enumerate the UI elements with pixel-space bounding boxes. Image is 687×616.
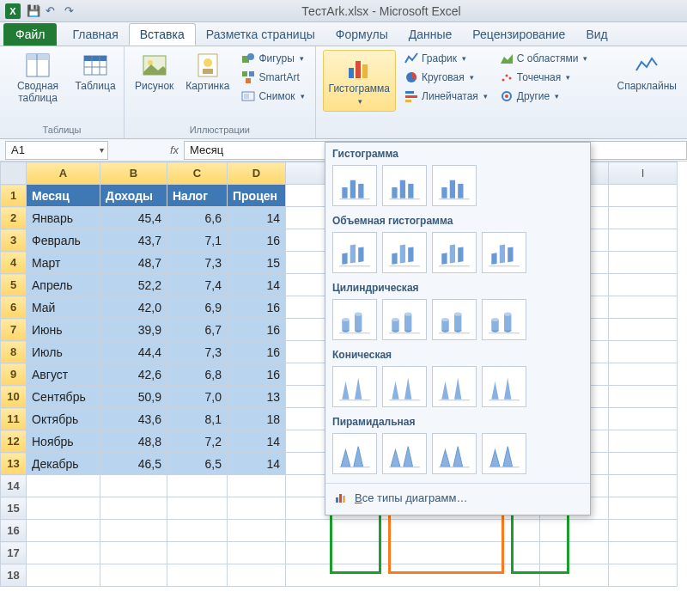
cell[interactable]: Июнь [27, 319, 100, 341]
col-header-D[interactable]: D [228, 162, 286, 185]
redo-icon[interactable]: ↷ [64, 4, 78, 18]
chart-thumb[interactable] [382, 366, 427, 407]
cell[interactable]: 7,2 [167, 430, 228, 453]
tab-page-layout[interactable]: Разметка страницы [196, 23, 325, 46]
chart-thumb[interactable] [382, 232, 427, 273]
all-chart-types-link[interactable]: Все типы диаграмм… [325, 483, 590, 511]
cell[interactable]: Январь [27, 207, 100, 229]
screenshot-button[interactable]: Снимок▾ [238, 88, 307, 105]
cell[interactable]: 6,6 [167, 207, 228, 229]
col-header-I[interactable]: I [609, 162, 678, 185]
row-header[interactable]: 18 [1, 564, 27, 587]
chart-thumb[interactable] [482, 366, 526, 407]
histogram-button[interactable]: Гистограмма▾ [323, 50, 396, 112]
cell[interactable]: 52,2 [100, 274, 167, 296]
row-header[interactable]: 15 [1, 497, 27, 520]
cell[interactable]: 50,9 [100, 386, 167, 408]
cell[interactable]: 7,4 [167, 274, 228, 296]
cell[interactable]: 48,8 [100, 430, 167, 453]
row-header[interactable]: 5 [1, 274, 27, 296]
row-header[interactable]: 7 [1, 319, 27, 341]
cell[interactable]: 44,4 [100, 341, 167, 363]
chart-thumb[interactable] [332, 366, 377, 407]
row-header[interactable]: 14 [1, 475, 27, 497]
cell[interactable]: Ноябрь [27, 430, 100, 453]
row-header[interactable]: 9 [1, 363, 27, 386]
cell[interactable]: Февраль [27, 229, 100, 252]
cell[interactable]: 16 [228, 229, 286, 252]
tab-insert[interactable]: Вставка [129, 23, 196, 46]
cell-C1[interactable]: Налог [167, 185, 228, 207]
cell-B1[interactable]: Доходы [100, 185, 167, 207]
smartart-button[interactable]: SmartArt [238, 69, 307, 86]
tab-data[interactable]: Данные [398, 23, 463, 46]
fx-icon[interactable]: fx [165, 143, 184, 156]
row-header[interactable]: 6 [1, 296, 27, 319]
cell[interactable]: 16 [228, 296, 286, 319]
tab-review[interactable]: Рецензирование [462, 23, 575, 46]
cell-A1[interactable]: Месяц [27, 185, 100, 207]
chart-thumb[interactable] [432, 433, 477, 474]
cell[interactable]: Апрель [27, 274, 100, 296]
cell[interactable]: 13 [228, 386, 286, 408]
cell[interactable]: 45,4 [100, 207, 167, 229]
tab-view[interactable]: Вид [575, 23, 617, 46]
chart-thumb[interactable] [382, 165, 427, 206]
cell[interactable]: 18 [228, 408, 286, 430]
row-header[interactable]: 4 [1, 252, 27, 274]
undo-icon[interactable]: ↶ [46, 4, 59, 18]
cell[interactable]: Октябрь [27, 408, 100, 430]
cell[interactable]: 15 [228, 252, 286, 274]
col-header-B[interactable]: B [100, 162, 167, 185]
cell[interactable]: 7,0 [167, 386, 228, 408]
sparklines-button[interactable]: Спарклайны [613, 50, 680, 95]
cell[interactable]: Март [27, 252, 100, 274]
area-chart-button[interactable]: С областями▾ [496, 50, 592, 67]
cell[interactable]: Июль [27, 341, 100, 363]
other-charts-button[interactable]: Другие▾ [496, 88, 592, 105]
tab-home[interactable]: Главная [62, 23, 128, 46]
row-header[interactable]: 11 [1, 408, 27, 430]
row-header[interactable]: 16 [1, 520, 27, 542]
row-header[interactable]: 8 [1, 341, 27, 363]
picture-button[interactable]: Рисунок [131, 50, 177, 95]
cell[interactable]: 7,1 [167, 229, 228, 252]
pivot-table-button[interactable]: Сводная таблица [7, 50, 69, 107]
cell[interactable]: Сентябрь [27, 386, 100, 408]
chart-thumb[interactable] [432, 232, 477, 273]
scatter-chart-button[interactable]: Точечная▾ [496, 69, 592, 86]
cell[interactable]: 43,7 [100, 229, 167, 252]
shapes-button[interactable]: Фигуры▾ [238, 50, 307, 67]
cell[interactable]: 16 [228, 341, 286, 363]
row-header[interactable]: 12 [1, 430, 27, 453]
cell-D1[interactable]: Процен [228, 185, 286, 207]
row-header[interactable]: 3 [1, 229, 27, 252]
cell[interactable]: Декабрь [27, 453, 100, 475]
line-chart-button[interactable]: График▾ [401, 50, 491, 67]
chart-thumb[interactable] [432, 366, 477, 407]
chart-thumb[interactable] [432, 299, 477, 340]
pie-chart-button[interactable]: Круговая▾ [401, 69, 491, 86]
table-button[interactable]: Таблица [74, 50, 117, 95]
col-header-C[interactable]: C [167, 162, 228, 185]
clipart-button[interactable]: Картинка [182, 50, 233, 95]
bar-chart-button[interactable]: Линейчатая▾ [401, 88, 491, 105]
chart-thumb[interactable] [382, 299, 427, 340]
chart-thumb[interactable] [482, 433, 526, 474]
chart-thumb[interactable] [482, 299, 526, 340]
cell[interactable]: 6,8 [167, 363, 228, 386]
chart-thumb[interactable] [482, 232, 526, 273]
row-header[interactable]: 1 [1, 185, 27, 207]
save-icon[interactable]: 💾 [27, 4, 40, 18]
cell[interactable]: 6,5 [167, 453, 228, 475]
cell[interactable]: 39,9 [100, 319, 167, 341]
chart-thumb[interactable] [332, 433, 377, 474]
cell[interactable]: 46,5 [100, 453, 167, 475]
cell[interactable]: 48,7 [100, 252, 167, 274]
row-header[interactable]: 17 [1, 542, 27, 564]
chart-thumb[interactable] [432, 165, 477, 206]
chart-thumb[interactable] [382, 433, 427, 474]
row-header[interactable]: 13 [1, 453, 27, 475]
cell[interactable]: 42,6 [100, 363, 167, 386]
chart-thumb[interactable] [332, 299, 377, 340]
